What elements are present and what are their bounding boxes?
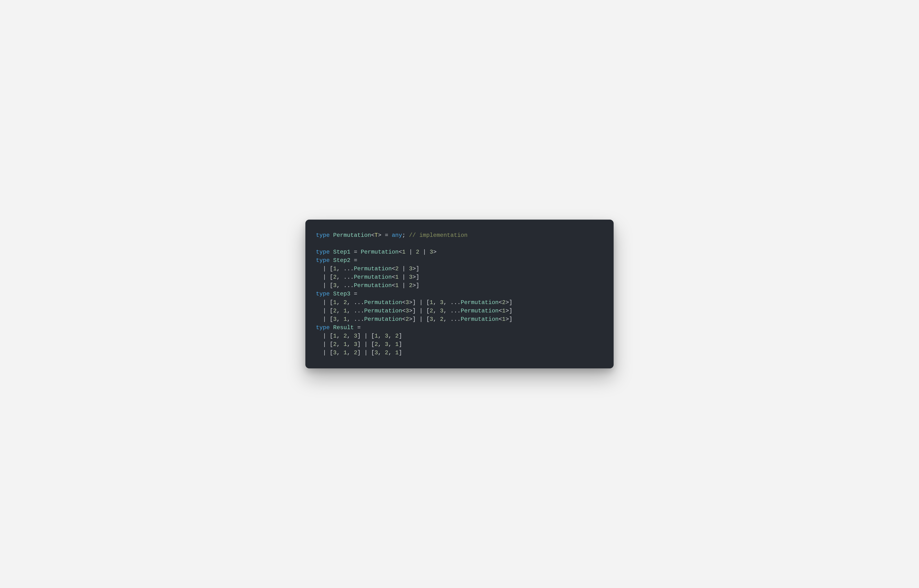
code-token: ... <box>450 308 461 314</box>
code-token: 1 <box>343 341 347 347</box>
code-token: Permutation <box>354 265 392 272</box>
code-token: Permutation <box>354 282 392 289</box>
code-token: 3 <box>375 349 378 356</box>
code-token: 3 <box>333 349 337 356</box>
code-token: Permutation <box>354 274 392 280</box>
code-token: 3 <box>354 333 357 339</box>
code-token: [ <box>330 333 333 339</box>
code-token: ] <box>413 308 416 314</box>
code-token: 1 <box>343 316 347 323</box>
code-token: ... <box>354 308 364 314</box>
code-token: | <box>361 341 371 347</box>
code-token: ] <box>399 341 402 347</box>
code-token: ] <box>357 333 361 339</box>
code-token: < <box>392 274 395 280</box>
code-line: | [1, 2, ...Permutation<3>] | [1, 3, ...… <box>316 299 512 306</box>
code-token: [ <box>371 341 374 347</box>
code-token: 1 <box>395 341 398 347</box>
code-token: 3 <box>409 265 413 272</box>
code-token: < <box>402 316 405 323</box>
code-token: , <box>347 333 354 339</box>
code-token: > <box>433 249 437 255</box>
code-token: any <box>392 232 402 239</box>
code-token: 2 <box>395 265 398 272</box>
code-token: , <box>443 316 450 323</box>
code-token: 2 <box>406 316 409 323</box>
code-block: type Permutation<T> = any; // implementa… <box>316 231 603 357</box>
code-token: , <box>337 316 343 323</box>
code-token: ... <box>343 274 354 280</box>
code-token: ] <box>413 316 416 323</box>
code-line: | [3, 1, ...Permutation<2>] | [3, 2, ...… <box>316 316 512 323</box>
code-token: 2 <box>440 316 443 323</box>
code-token: type <box>316 249 333 255</box>
code-line: | [3, ...Permutation<1 | 2>] <box>316 282 419 289</box>
code-token: 3 <box>406 308 409 314</box>
code-token: 2 <box>416 249 419 255</box>
code-token: | <box>361 349 371 356</box>
code-token: ] <box>357 341 361 347</box>
code-token: | <box>416 299 426 306</box>
code-token: Permutation <box>333 232 371 239</box>
code-token: | <box>419 249 430 255</box>
code-token: < <box>402 308 405 314</box>
code-token: 1 <box>395 282 398 289</box>
code-token: , <box>337 282 343 289</box>
code-token: , <box>347 308 354 314</box>
code-token: 2 <box>502 299 505 306</box>
code-token: < <box>371 232 374 239</box>
code-token: 2 <box>343 299 347 306</box>
code-token: > <box>505 308 509 314</box>
code-token: 3 <box>385 333 388 339</box>
code-token: > <box>505 316 509 323</box>
code-token: 1 <box>333 299 337 306</box>
code-token: , <box>433 299 440 306</box>
code-token: | <box>316 349 330 356</box>
code-token: Step2 <box>333 257 350 263</box>
code-token: ] <box>416 282 419 289</box>
code-token: , <box>378 341 385 347</box>
code-token: 1 <box>402 249 405 255</box>
code-token: < <box>392 265 395 272</box>
code-token: 3 <box>354 341 357 347</box>
code-token: < <box>498 316 502 323</box>
code-token: ] <box>399 349 402 356</box>
code-token: | <box>316 341 330 347</box>
code-token: = <box>350 291 357 297</box>
code-token: 2 <box>343 333 347 339</box>
code-token: | <box>416 316 426 323</box>
code-line: | [1, 2, 3] | [1, 3, 2] <box>316 333 402 339</box>
code-token: 3 <box>333 282 337 289</box>
code-token: [ <box>426 316 430 323</box>
code-token: , <box>433 316 440 323</box>
code-token: ] <box>509 299 512 306</box>
code-token: , <box>347 316 354 323</box>
code-token: [ <box>330 316 333 323</box>
code-token: [ <box>426 308 430 314</box>
code-token: ] <box>416 265 419 272</box>
code-token: , <box>347 299 354 306</box>
code-token: = <box>354 325 361 331</box>
code-token: type <box>316 325 333 331</box>
code-token: > <box>413 265 416 272</box>
code-token: ... <box>343 282 354 289</box>
code-token: Permutation <box>364 316 402 323</box>
code-token: | <box>316 299 330 306</box>
code-token: ] <box>357 349 361 356</box>
code-token: 1 <box>333 333 337 339</box>
code-token: | <box>399 274 409 280</box>
code-token: 3 <box>333 316 337 323</box>
code-token: type <box>316 232 333 239</box>
code-token: ... <box>450 299 461 306</box>
code-token: 1 <box>343 308 347 314</box>
code-token: | <box>316 333 330 339</box>
code-token: 3 <box>409 274 413 280</box>
code-token: Step3 <box>333 291 350 297</box>
code-token: 3 <box>385 341 388 347</box>
code-token: > <box>413 274 416 280</box>
code-token: 2 <box>409 282 413 289</box>
code-token: 3 <box>440 299 443 306</box>
code-token: ] <box>509 308 512 314</box>
code-line: type Step3 = <box>316 291 357 297</box>
code-token: [ <box>371 333 374 339</box>
